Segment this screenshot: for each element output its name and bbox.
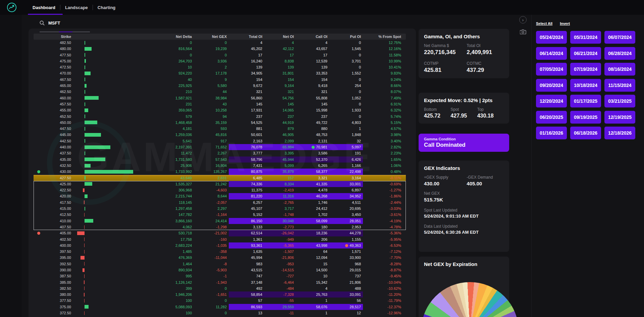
table-row[interactable]: 450.001,468,45835,15954,52544,91949,7224… — [34, 120, 406, 126]
table-row[interactable]: 472.50102139139139010.41% — [34, 64, 406, 70]
cell-call-oi: 2,131 — [296, 138, 329, 144]
table-row[interactable]: 445.001,259,03645,81650,60146,90548,7531… — [34, 132, 406, 138]
table-row[interactable]: 382.503990492-4844488-10.62% — [34, 285, 406, 291]
cell-net-delta: 924,220 — [157, 70, 194, 76]
ticker-search-input[interactable] — [48, 20, 91, 26]
cell-net-gex: 21,242 — [194, 181, 229, 187]
net-gex-bar-cell — [73, 218, 157, 224]
header-strike[interactable]: Strike — [44, 34, 73, 40]
expiry-date-button[interactable]: 10/18/2024 — [570, 79, 601, 92]
net-gex-bar-cell — [73, 230, 157, 236]
table-row[interactable]: 402.5017,758-1601,361-9492061,155-5.95% — [34, 236, 406, 242]
table-row[interactable]: 442.505,6419172,1632,0992,131323.40% — [34, 138, 406, 144]
header-total-oi[interactable]: Total OI — [229, 34, 264, 40]
row-signal-cell — [34, 187, 44, 193]
cell-strike: 432.50 — [44, 163, 73, 169]
expiry-date-button[interactable]: 06/14/2024 — [536, 47, 567, 60]
expiry-date-button[interactable]: 09/20/2024 — [536, 79, 567, 92]
table-row[interactable]: 422.50306,968-4,60311,375-2,4194,4786,89… — [34, 187, 406, 193]
cell-call-oi: 1,702 — [296, 212, 329, 218]
expiry-date-button[interactable]: 09/19/2025 — [570, 111, 601, 124]
expiry-date-button[interactable]: 06/20/2025 — [536, 111, 567, 124]
expiry-date-button[interactable]: 01/17/2025 — [570, 95, 601, 107]
invert-link[interactable]: Invert — [560, 21, 570, 26]
table-row[interactable]: 427.5043,6492,8316,4851573,3213,164-0.11… — [34, 175, 406, 181]
cell-pct-from-spot: -8.87% — [363, 267, 406, 273]
expiry-date-button[interactable]: 08/16/2024 — [604, 63, 635, 76]
tab-charting[interactable]: Charting — [93, 5, 120, 10]
table-row[interactable]: 432.5025,90616,8047,4315,0996,2651,1661.… — [34, 163, 406, 169]
camera-icon[interactable] — [520, 29, 526, 34]
expiry-date-button[interactable]: 06/18/2026 — [570, 127, 601, 139]
table-row[interactable]: 410.003,866,16024,41486,15030,04858,0992… — [34, 218, 406, 224]
expiry-date-button[interactable]: 07/05/2024 — [536, 63, 567, 76]
expiry-date-button[interactable]: 03/21/2025 — [604, 95, 635, 107]
table-row[interactable]: 455.00359,06510,25817,93114,06515,9981,9… — [34, 107, 406, 113]
table-row[interactable]: 460.001,587,92138,98456,86054,75655,8081… — [34, 95, 406, 101]
cell-pct-from-spot: 1.65% — [363, 156, 406, 163]
tab-dashboard[interactable]: Dashboard — [28, 5, 60, 10]
table-row[interactable]: 435.001,731,58057,54358,79645,94452,3706… — [34, 156, 406, 163]
table-row[interactable]: 465.00225,9255,5809,6729,1649,4182548.66… — [34, 83, 406, 89]
header-call-oi[interactable]: Call OI — [296, 34, 329, 40]
table-row[interactable]: 477.5000171717011.58% — [34, 52, 406, 58]
table-row[interactable]: 425.001,535,32721,24274,3368,33441,33533… — [34, 181, 406, 187]
expiry-date-button[interactable]: 06/07/2024 — [604, 31, 635, 44]
table-row[interactable]: 470.00924,22017,17834,90531,80133,3531,5… — [34, 70, 406, 76]
table-row[interactable]: 397.501,485-3581,635-1,507641,571-7.12% — [34, 248, 406, 255]
header-pct-from-spot[interactable]: % From Spot — [363, 34, 406, 40]
table-row[interactable]: 372.50100013-11112-12.96% — [34, 310, 406, 316]
table-row[interactable]: 395.00476,369-11,04445,994-21,80612,0943… — [34, 255, 406, 261]
table-row[interactable]: 412.50147,782-1,1645,152-1,7481,7023,450… — [34, 212, 406, 218]
cell-net-oi: -484 — [264, 285, 296, 291]
cell-net-delta: 399 — [157, 285, 194, 291]
table-row[interactable]: 375.005,088,09311,28286,59329,55958,0762… — [34, 304, 406, 310]
table-row[interactable]: 405.00530,718-21,00262,514-26,04218,2364… — [34, 230, 406, 236]
table-row[interactable]: 447.504,18159388187988014.57% — [34, 126, 406, 132]
table-row[interactable]: 475.00264,7033,93616,2408,83812,5393,701… — [34, 58, 406, 64]
cell-net-gex: 2,297 — [194, 206, 229, 212]
table-row[interactable]: 417.50118,145-2,0576,257-2,7651,7464,511… — [34, 199, 406, 206]
expiry-date-button[interactable]: 06/28/2024 — [604, 47, 635, 60]
cell-put-oi: 0 — [329, 52, 363, 58]
table-row[interactable]: 467.5040915415415409.24% — [34, 77, 406, 83]
table-row[interactable]: 385.001,126,142-1,94337,148-6,46415,3422… — [34, 279, 406, 285]
table-row[interactable]: 452.505799423723723705.74% — [34, 114, 406, 120]
header-put-oi[interactable]: Put OI — [329, 34, 363, 40]
header-net-gex[interactable]: Net GEX — [194, 34, 229, 40]
table-row[interactable]: 387.50995-1747-72710737-9.45% — [34, 273, 406, 279]
table-row[interactable]: 400.002,683,224-1,03593,361-5,36543,9984… — [34, 242, 406, 248]
expiry-date-button[interactable]: 01/16/2026 — [536, 127, 567, 139]
chevron-right-icon[interactable]: › — [519, 16, 527, 24]
header-net-delta[interactable]: Net Delta — [157, 34, 194, 40]
tab-landscape[interactable]: Landscape — [60, 5, 93, 10]
table-row[interactable]: 462.502104432132132108.07% — [34, 89, 406, 95]
expiry-date-button[interactable]: 12/18/2026 — [604, 127, 635, 139]
table-row[interactable]: 390.00890,934-5,90343,515-14,51514,50029… — [34, 267, 406, 273]
expiry-date-button[interactable]: 12/19/2025 — [604, 111, 635, 124]
table-row[interactable]: 415.001,297,4582,29745,1073,71724,41220,… — [34, 206, 406, 212]
table-row[interactable]: 407.504,062-1,2983,133-2,7731802,953-4.7… — [34, 224, 406, 230]
header-net-oi[interactable]: Net OI — [264, 34, 296, 40]
table-row[interactable]: 420.002,215,7448,64481,22011,31646,26834… — [34, 193, 406, 199]
table-row[interactable]: 437.5011,4722,2673,7773,3953,5861912.23% — [34, 150, 406, 156]
cell-put-oi: 1,933 — [329, 107, 363, 113]
expiry-date-button[interactable]: 11/15/2024 — [604, 79, 635, 92]
table-row[interactable]: 377.50100057-55156-11.79% — [34, 298, 406, 304]
table-row[interactable]: 392.501,464-8983-95315968-8.28% — [34, 261, 406, 267]
table-row[interactable]: 440.002,197,39171,65276,07865,88470,9815… — [34, 144, 406, 150]
select-all-link[interactable]: Select All — [536, 21, 552, 26]
expiry-date-button[interactable]: 12/20/2024 — [536, 95, 567, 107]
cell-net-oi: -11 — [264, 310, 296, 316]
expiry-date-button[interactable]: 05/24/2024 — [536, 31, 567, 44]
expiry-date-button[interactable]: 05/31/2024 — [570, 31, 601, 44]
table-row[interactable]: 480.00816,56419,23945,20242,11243,6571,5… — [34, 46, 406, 52]
table-row[interactable]: 430.001,733,992135,26780,87535,87958,377… — [34, 169, 406, 175]
net-gex-bar-cell — [73, 206, 157, 212]
cell-net-gex: 0 — [194, 310, 229, 316]
table-row[interactable]: 482.5000444012.75% — [34, 40, 406, 46]
expiry-date-button[interactable]: 07/19/2024 — [570, 63, 601, 76]
table-row[interactable]: 457.502314314514514506.91% — [34, 101, 406, 107]
expiry-date-button[interactable]: 06/21/2024 — [570, 47, 601, 60]
table-row[interactable]: 380.001,946,206-1,65158,854-7,32825,7633… — [34, 291, 406, 298]
